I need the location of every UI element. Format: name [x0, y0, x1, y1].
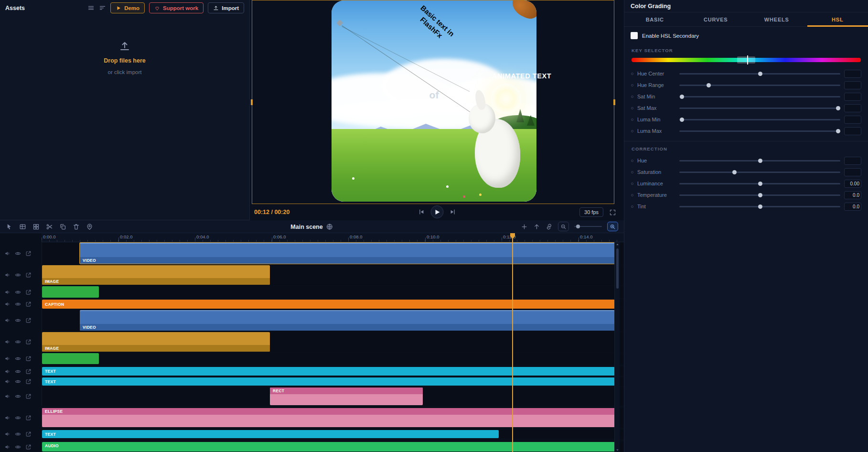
export-track-icon[interactable] — [25, 415, 32, 421]
reset-dot[interactable] — [631, 73, 633, 75]
file-drop-zone[interactable]: Drop files here or click import — [0, 16, 249, 75]
pointer-tool-icon[interactable] — [6, 223, 13, 230]
visibility-icon[interactable] — [15, 317, 21, 323]
clip-text[interactable]: TEXT — [42, 367, 615, 376]
mute-icon[interactable] — [4, 250, 11, 257]
sort-icon[interactable] — [99, 4, 106, 11]
mute-icon[interactable] — [4, 289, 11, 295]
export-track-icon[interactable] — [25, 250, 32, 257]
scroll-up-icon[interactable] — [615, 242, 620, 247]
zoom-slider-knob[interactable] — [576, 225, 580, 228]
visibility-icon[interactable] — [15, 415, 21, 421]
clip-video[interactable]: VIDEO — [80, 243, 615, 264]
reset-dot[interactable] — [631, 84, 633, 86]
add-track-icon[interactable] — [521, 223, 528, 230]
visibility-icon[interactable] — [15, 431, 21, 437]
export-track-icon[interactable] — [25, 301, 32, 307]
saturation-slider[interactable] — [679, 172, 840, 173]
sat-max-slider[interactable] — [679, 108, 840, 109]
zoom-in-button[interactable] — [607, 222, 618, 231]
reset-dot[interactable] — [631, 171, 633, 173]
enable-hsl-checkbox[interactable] — [631, 32, 638, 39]
video-canvas[interactable]: of Basic text in FlashFx — [332, 0, 536, 202]
clip-image[interactable]: IMAGE — [42, 265, 270, 285]
link-icon[interactable] — [546, 223, 553, 230]
hue-center-slider[interactable] — [679, 73, 840, 75]
mute-icon[interactable] — [4, 355, 11, 362]
slider-knob[interactable] — [836, 106, 840, 110]
export-track-icon[interactable] — [25, 444, 32, 450]
clip-video[interactable]: VIDEO — [80, 310, 615, 331]
slider-knob[interactable] — [758, 193, 762, 197]
selection-handle-left[interactable] — [251, 99, 253, 105]
export-track-icon[interactable] — [25, 368, 32, 375]
tint-value[interactable]: 0.0 — [844, 203, 861, 211]
fps-selector[interactable]: 30 fps — [579, 207, 603, 217]
tab-wheels[interactable]: WHEELS — [746, 12, 807, 26]
tab-basic[interactable]: BASIC — [624, 12, 686, 26]
slider-knob[interactable] — [732, 170, 737, 174]
reset-dot[interactable] — [631, 194, 633, 196]
mute-icon[interactable] — [4, 301, 11, 307]
previous-frame-icon[interactable] — [418, 208, 425, 215]
slider-knob[interactable] — [680, 95, 684, 99]
export-track-icon[interactable] — [25, 378, 32, 385]
preview-workspace[interactable]: of Basic text in FlashFx ANIMATED TEXT — [252, 0, 614, 204]
visibility-icon[interactable] — [15, 289, 21, 295]
hue-range-slider[interactable] — [679, 85, 840, 86]
fullscreen-icon[interactable] — [609, 209, 616, 216]
clip-rect[interactable]: RECT — [270, 387, 423, 405]
mute-icon[interactable] — [4, 272, 11, 278]
hue-selection-line[interactable] — [747, 55, 748, 65]
clip-shape[interactable] — [42, 286, 99, 298]
visibility-icon[interactable] — [15, 393, 21, 399]
tab-hsl[interactable]: HSL — [807, 12, 868, 26]
support-work-button[interactable]: Support work — [149, 2, 204, 13]
play-button[interactable] — [430, 205, 443, 218]
visibility-icon[interactable] — [15, 368, 21, 375]
visibility-icon[interactable] — [15, 301, 21, 307]
slider-knob[interactable] — [680, 118, 684, 122]
mute-icon[interactable] — [4, 415, 11, 421]
export-track-icon[interactable] — [25, 355, 32, 362]
zoom-out-button[interactable] — [558, 222, 569, 231]
marker-icon[interactable] — [86, 223, 93, 230]
luminance-slider[interactable] — [679, 183, 840, 184]
export-track-icon[interactable] — [25, 317, 32, 323]
export-track-icon[interactable] — [25, 393, 32, 399]
selection-handle-right[interactable] — [613, 99, 615, 105]
sat-min-value[interactable] — [844, 93, 861, 101]
animated-text-element[interactable]: ANIMATED TEXT — [492, 72, 551, 80]
slider-knob[interactable] — [758, 72, 762, 76]
slider-knob[interactable] — [758, 204, 762, 209]
reset-dot[interactable] — [631, 96, 633, 98]
playhead[interactable] — [512, 233, 513, 452]
visibility-icon[interactable] — [15, 444, 21, 450]
luma-min-slider[interactable] — [679, 119, 840, 120]
tab-curves[interactable]: CURVES — [686, 12, 747, 26]
delete-icon[interactable] — [73, 223, 80, 230]
reset-dot[interactable] — [631, 160, 633, 162]
visibility-icon[interactable] — [15, 378, 21, 385]
reset-dot[interactable] — [631, 107, 633, 109]
scrollbar-thumb[interactable] — [616, 248, 619, 289]
timeline-zoom-slider[interactable] — [574, 226, 602, 227]
clip-text[interactable]: TEXT — [42, 377, 615, 386]
hue-selection-region[interactable] — [737, 56, 755, 64]
mute-icon[interactable] — [4, 368, 11, 375]
move-up-icon[interactable] — [533, 223, 540, 230]
temperature-slider[interactable] — [679, 194, 840, 196]
scroll-down-icon[interactable] — [615, 448, 620, 452]
hue-spectrum-bar[interactable] — [632, 58, 861, 62]
luminance-value[interactable]: 0.00 — [844, 180, 861, 188]
sat-min-slider[interactable] — [679, 96, 840, 97]
reset-dot[interactable] — [631, 130, 633, 132]
hue-range-value[interactable] — [844, 81, 861, 89]
mute-icon[interactable] — [4, 339, 11, 345]
saturation-value[interactable] — [844, 168, 861, 176]
import-button[interactable]: Import — [208, 2, 244, 13]
scene-selector[interactable]: Main scene — [290, 220, 333, 233]
timeline-scrollbar[interactable] — [614, 242, 620, 452]
clip-ellipse[interactable]: ELLIPSE — [42, 408, 615, 427]
reset-dot[interactable] — [631, 205, 633, 208]
